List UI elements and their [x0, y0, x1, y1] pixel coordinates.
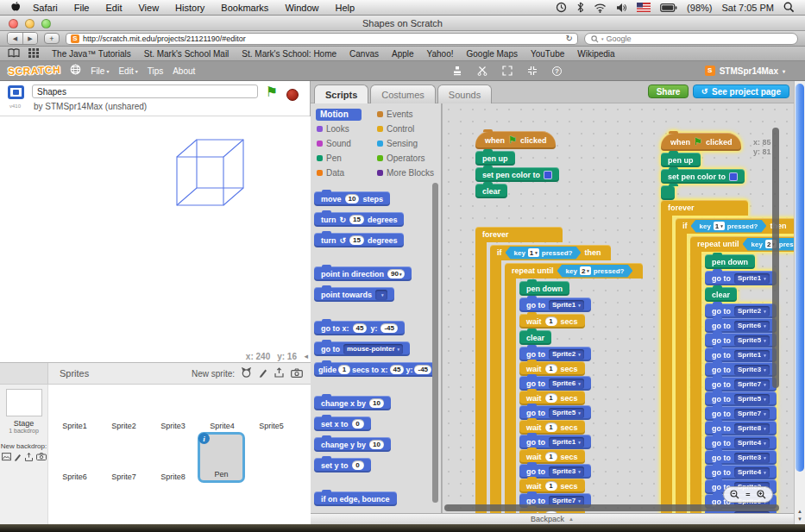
user-menu[interactable]: S STMSpr14Max ▾: [705, 66, 797, 76]
url-input[interactable]: [83, 34, 563, 43]
block-go-to-mouse[interactable]: go tomouse-pointer▾: [314, 341, 410, 356]
upload-backdrop-icon[interactable]: [24, 453, 34, 463]
clear-block[interactable]: clear: [519, 330, 551, 345]
minimize-window-button[interactable]: [25, 19, 35, 28]
scripts-vertical-scrollbar[interactable]: [772, 128, 779, 388]
menu-item[interactable]: File: [74, 3, 90, 13]
sprite-item[interactable]: Sprite1: [62, 422, 87, 430]
about-menu[interactable]: About: [173, 66, 195, 76]
category-operators[interactable]: Operators: [377, 153, 442, 164]
sprite-item[interactable]: Sprite6: [62, 473, 87, 481]
forever-block[interactable]: forever: [661, 200, 748, 216]
address-bar[interactable]: S ↻: [66, 33, 578, 45]
when-flag-clicked-block[interactable]: when⚑clicked: [661, 133, 741, 151]
key-pressed-condition[interactable]: key2▾pressed?: [557, 265, 633, 278]
language-globe-icon[interactable]: [70, 63, 81, 78]
new-tab-button[interactable]: +: [44, 33, 60, 44]
menu-item[interactable]: View: [138, 3, 159, 13]
reload-icon[interactable]: ↻: [566, 34, 573, 43]
zoom-window-button[interactable]: [41, 19, 51, 28]
battery-percent[interactable]: (98%): [687, 3, 712, 13]
new-sprite-library-icon[interactable]: [241, 367, 252, 379]
search-field[interactable]: ▾: [584, 33, 798, 45]
bookmarks-book-icon[interactable]: [8, 48, 20, 59]
edit-menu[interactable]: Edit▾: [118, 66, 137, 76]
stop-button[interactable]: [286, 89, 299, 101]
tab-costumes[interactable]: Costumes: [370, 84, 436, 103]
if-then-block[interactable]: if key1▾pressed? then: [490, 245, 611, 260]
scroll-up-arrow[interactable]: ▲: [795, 509, 805, 514]
see-project-page-button[interactable]: ↻ See project page: [693, 84, 789, 98]
script-pen-setup-left[interactable]: when⚑clicked pen up set pen color to cle…: [475, 131, 559, 200]
small-stage-toggle-icon[interactable]: [8, 85, 24, 99]
camera-backdrop-icon[interactable]: [36, 453, 47, 463]
search-input[interactable]: [607, 34, 791, 43]
key-pressed-condition[interactable]: key1▾pressed?: [691, 220, 767, 233]
pen-color-swatch[interactable]: [544, 171, 552, 179]
menu-item[interactable]: Edit: [105, 3, 122, 13]
upload-sprite-icon[interactable]: [274, 367, 285, 379]
pen-up-block[interactable]: pen up: [475, 151, 515, 166]
pen-up-block[interactable]: pen up: [661, 153, 701, 167]
stage-collapse-arrow[interactable]: ◂: [304, 352, 308, 360]
volume-icon[interactable]: [616, 3, 627, 13]
share-button[interactable]: Share: [648, 84, 689, 98]
category-events[interactable]: Events: [377, 109, 442, 120]
zoom-reset-button[interactable]: =: [745, 491, 750, 499]
duplicate-stamp-icon[interactable]: [452, 64, 462, 79]
battery-icon[interactable]: [660, 3, 677, 13]
bookmark-item[interactable]: Apple: [392, 49, 414, 59]
wifi-icon[interactable]: [594, 3, 607, 13]
delete-scissors-icon[interactable]: [477, 64, 487, 79]
selected-sprite-pen[interactable]: i Pen: [198, 432, 245, 483]
sprite-item[interactable]: Sprite8: [160, 473, 186, 481]
close-window-button[interactable]: [9, 19, 18, 28]
category-data[interactable]: Data: [317, 167, 377, 178]
sprite-item[interactable]: Sprite7: [111, 473, 136, 481]
spotlight-icon[interactable]: [783, 2, 795, 13]
menu-item[interactable]: Help: [336, 3, 355, 13]
tips-menu[interactable]: Tips: [148, 66, 164, 76]
backpack-bar[interactable]: Backpack ▲: [311, 513, 794, 524]
grow-sprite-icon[interactable]: [502, 64, 513, 79]
input-source-flag-icon[interactable]: [637, 3, 651, 12]
key-pressed-condition[interactable]: key2▾pressed?: [743, 238, 794, 251]
category-more-blocks[interactable]: More Blocks: [377, 167, 442, 178]
sprite-info-icon[interactable]: i: [198, 433, 210, 444]
time-machine-icon[interactable]: [556, 2, 567, 13]
palette-scrollbar[interactable]: [432, 183, 438, 503]
block-move-steps[interactable]: move10steps: [314, 191, 390, 206]
menu-item[interactable]: Bookmarks: [221, 3, 268, 13]
category-pen[interactable]: Pen: [317, 153, 377, 164]
category-motion[interactable]: Motion: [317, 109, 377, 120]
paint-new-sprite-icon[interactable]: [258, 367, 267, 379]
wait-secs-block[interactable]: wait1secs: [519, 314, 585, 329]
backdrop-library-icon[interactable]: [2, 453, 11, 463]
sprite-item[interactable]: Sprite4: [210, 422, 235, 430]
bookmark-item[interactable]: Yahoo!: [427, 49, 454, 59]
backpack-expand-icon[interactable]: ▲: [569, 516, 574, 522]
set-pen-color-block[interactable]: set pen color to: [475, 167, 559, 182]
zoom-out-button[interactable]: [730, 490, 739, 499]
sprite-item[interactable]: Sprite2: [111, 422, 136, 430]
apple-menu-icon[interactable]: [10, 1, 21, 15]
when-flag-clicked-block[interactable]: when⚑clicked: [475, 131, 556, 149]
block-change-x[interactable]: change x by10: [314, 396, 391, 410]
shrink-sprite-icon[interactable]: [527, 64, 538, 79]
sprite-item[interactable]: Sprite5: [259, 422, 284, 430]
scripts-horizontal-scrollbar[interactable]: [444, 504, 779, 511]
bookmark-item[interactable]: St. Mark's School: Home: [242, 49, 336, 59]
bookmark-item[interactable]: The Java™ Tutorials: [52, 49, 131, 59]
tab-sounds[interactable]: Sounds: [437, 84, 492, 103]
zoom-in-button[interactable]: [757, 490, 766, 499]
block-change-y[interactable]: change y by10: [314, 437, 391, 452]
pen-down-block[interactable]: pen down: [519, 281, 569, 296]
block-go-to-xy[interactable]: go to x:45y:-45: [314, 321, 405, 335]
set-pen-color-block[interactable]: set pen color to: [661, 169, 745, 184]
bookmark-item[interactable]: Wikipedia: [577, 49, 614, 59]
go-to-sprite-block[interactable]: go toSprite1▾: [519, 297, 591, 312]
block-set-x[interactable]: set x to0: [314, 416, 371, 431]
menu-item[interactable]: History: [175, 3, 204, 13]
key-pressed-condition[interactable]: key1▾pressed?: [506, 247, 582, 260]
block-help-icon[interactable]: ?: [552, 66, 562, 76]
